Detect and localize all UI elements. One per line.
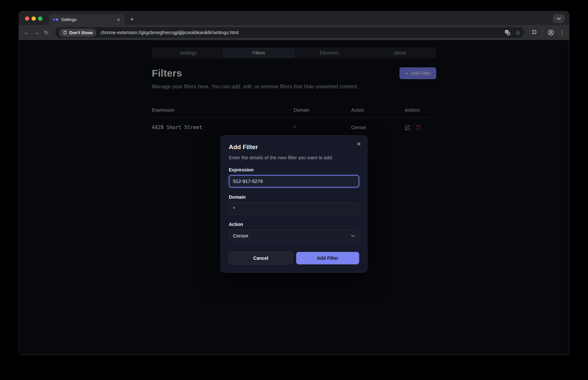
browser-window: Settings × + ← → ↻ Don't Show chrome-ext… [19, 11, 569, 355]
url-text: chrome-extension://gkgcbmegfnecngpljjlpc… [101, 30, 505, 35]
browser-menu-icon[interactable]: ⋮ [559, 29, 565, 36]
add-filter-dialog: Add Filter × Enter the details of the ne… [221, 135, 368, 273]
extension-favicon [53, 18, 58, 21]
extension-chip-label: Don't Show [69, 30, 93, 35]
back-button[interactable]: ← [22, 29, 32, 36]
submit-add-filter-button[interactable]: Add Filter [296, 252, 359, 264]
chevron-down-icon [351, 235, 355, 237]
action-select[interactable]: Censor [229, 230, 359, 242]
expression-input[interactable] [229, 175, 359, 188]
action-select-value: Censor [233, 233, 249, 238]
titlebar: Settings × + [19, 11, 569, 25]
chevron-down-icon [557, 17, 561, 20]
bookmark-star-icon[interactable]: ☆ [515, 30, 520, 35]
dialog-close-icon[interactable]: × [357, 140, 361, 147]
cancel-button[interactable]: Cancel [229, 252, 293, 264]
address-bar[interactable]: Don't Show chrome-extension://gkgcbmegfn… [55, 27, 524, 38]
action-field-label: Action [229, 222, 359, 227]
extension-chip-icon [63, 30, 67, 35]
browser-toolbar: ← → ↻ Don't Show chrome-extension://gkgc… [19, 25, 569, 40]
macos-close-button[interactable] [25, 16, 29, 21]
forward-button[interactable]: → [32, 29, 41, 36]
toolbar-divider [542, 29, 543, 36]
tab-close-icon[interactable]: × [116, 17, 121, 22]
extension-chip[interactable]: Don't Show [59, 29, 96, 37]
extensions-puzzle-icon[interactable] [531, 30, 537, 36]
dialog-title: Add Filter [229, 144, 359, 151]
macos-zoom-button[interactable] [38, 16, 42, 21]
expression-field-label: Expression [229, 167, 359, 172]
domain-input[interactable] [229, 202, 359, 215]
new-tab-button[interactable]: + [130, 14, 134, 24]
macos-minimize-button[interactable] [32, 16, 36, 21]
tab-title: Settings [61, 17, 116, 22]
tab-search-button[interactable] [553, 14, 564, 23]
browser-tab[interactable]: Settings × [49, 14, 124, 25]
translate-icon[interactable]: G [505, 30, 510, 35]
extension-settings-page: Settings Filters Elements About Filters … [19, 40, 569, 355]
profile-icon[interactable] [548, 29, 554, 36]
reload-button[interactable]: ↻ [41, 30, 51, 36]
domain-field-label: Domain [229, 194, 359, 200]
dialog-description: Enter the details of the new filter you … [229, 155, 359, 160]
